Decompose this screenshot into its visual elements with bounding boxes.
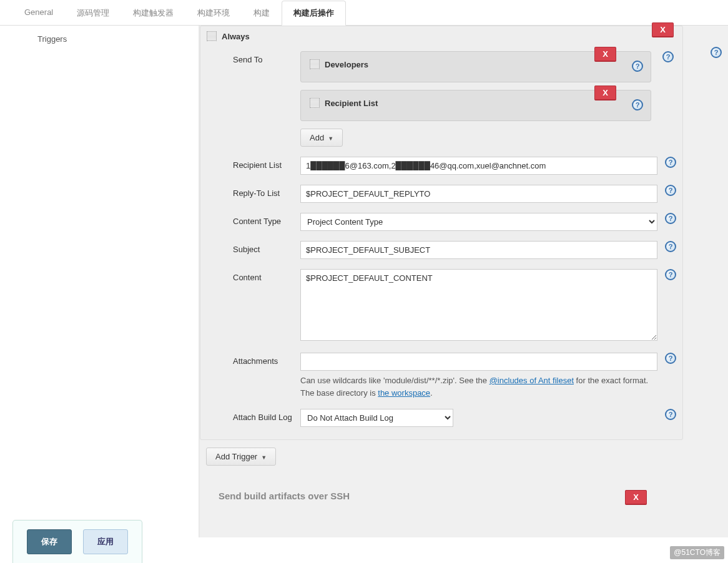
ssh-publisher-title: Send build artifacts over SSH <box>200 478 691 507</box>
attachments-help-text: Can use wildcards like 'module/dist/**/*… <box>300 375 657 399</box>
attach-log-label: Attach Build Log <box>219 409 300 422</box>
recipient-list-input[interactable] <box>300 157 657 175</box>
attachments-input[interactable] <box>300 353 657 371</box>
sendto-developers: Developers X ? <box>300 51 651 82</box>
help-icon[interactable]: ? <box>665 409 676 420</box>
main-content: ? X ? Always Send To Developers X ? <box>200 26 728 537</box>
workspace-link[interactable]: the workspace <box>378 388 430 398</box>
ant-includes-link[interactable]: @includes of Ant fileset <box>489 376 574 385</box>
trigger-title: Always <box>222 32 250 41</box>
help-icon[interactable]: ? <box>665 185 676 196</box>
content-type-label: Content Type <box>219 213 300 226</box>
drag-handle-icon[interactable] <box>310 98 320 108</box>
help-icon[interactable]: ? <box>665 213 676 224</box>
save-bar: 保存 应用 <box>12 520 142 537</box>
apply-button[interactable]: 应用 <box>83 529 128 537</box>
content-textarea[interactable]: $PROJECT_DEFAULT_CONTENT <box>300 269 657 341</box>
sendto-recipient-list: Recipient List X ? <box>300 90 651 121</box>
delete-sendto-button[interactable]: X <box>594 86 616 100</box>
add-trigger-button[interactable]: Add Trigger <box>206 448 276 466</box>
content-type-select[interactable]: Project Content Type <box>300 213 657 231</box>
delete-ssh-section-button[interactable]: X <box>625 490 647 505</box>
help-icon[interactable]: ? <box>632 61 643 72</box>
sendto-label: Send To <box>219 51 300 64</box>
save-button[interactable]: 保存 <box>27 529 72 537</box>
reply-to-input[interactable] <box>300 185 657 203</box>
sendto-item-label: Developers <box>325 60 368 69</box>
help-icon[interactable]: ? <box>665 353 676 364</box>
tab-build-env[interactable]: 构建环境 <box>185 1 242 26</box>
help-icon[interactable]: ? <box>665 241 676 252</box>
delete-trigger-button[interactable]: X <box>652 22 674 37</box>
config-tabs: General 源码管理 构建触发器 构建环境 构建 构建后操作 <box>0 0 728 26</box>
tab-build[interactable]: 构建 <box>242 1 282 26</box>
reply-to-label: Reply-To List <box>219 185 300 198</box>
content-label: Content <box>219 269 300 282</box>
tab-build-triggers[interactable]: 构建触发器 <box>121 1 185 26</box>
tab-post-build[interactable]: 构建后操作 <box>282 1 346 26</box>
help-icon[interactable]: ? <box>711 47 722 58</box>
tab-scm[interactable]: 源码管理 <box>65 1 121 26</box>
subject-input[interactable] <box>300 241 657 259</box>
sidebar-item-triggers[interactable]: Triggers <box>37 32 199 46</box>
help-icon[interactable]: ? <box>665 269 676 280</box>
help-icon[interactable]: ? <box>662 51 674 62</box>
drag-handle-icon[interactable] <box>207 31 217 41</box>
recipient-list-label: Recipient List <box>219 157 300 170</box>
tab-general[interactable]: General <box>12 1 65 26</box>
subject-label: Subject <box>219 241 300 254</box>
trigger-always-block: X ? Always Send To Developers X ? <box>200 26 683 440</box>
attach-log-select[interactable]: Do Not Attach Build Log <box>300 409 453 427</box>
add-sendto-button[interactable]: Add <box>300 129 343 147</box>
drag-handle-icon[interactable] <box>310 59 320 69</box>
help-icon[interactable]: ? <box>632 99 643 110</box>
delete-sendto-button[interactable]: X <box>594 47 616 62</box>
attachments-label: Attachments <box>219 353 300 366</box>
help-icon[interactable]: ? <box>665 157 676 168</box>
sendto-item-label: Recipient List <box>325 99 378 108</box>
section-nav-sidebar: Triggers <box>0 26 200 537</box>
